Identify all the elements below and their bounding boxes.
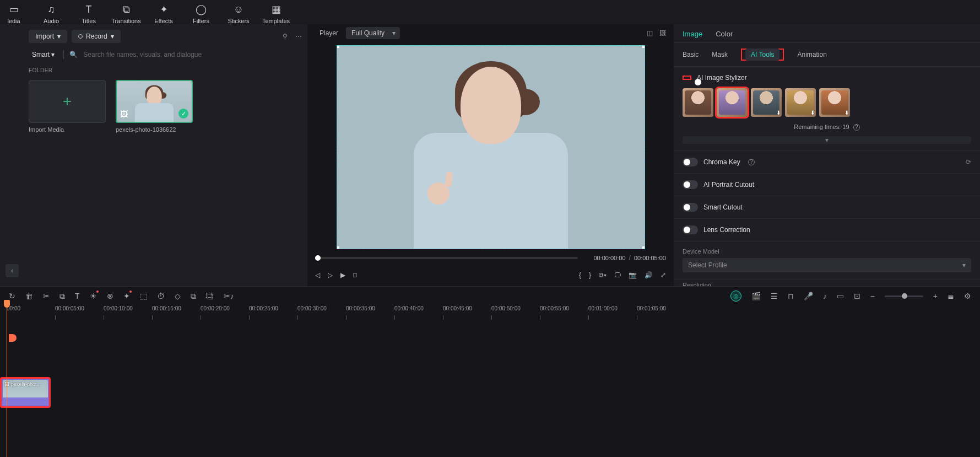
- snapshot-icon[interactable]: 🖼: [659, 29, 666, 37]
- import-media-card[interactable]: + Import Media: [29, 80, 106, 133]
- resize-handle[interactable]: [337, 45, 339, 48]
- preview-viewport[interactable]: [307, 42, 674, 252]
- import-media-label: Import Media: [29, 126, 106, 133]
- adjust-button[interactable]: ☀: [90, 292, 97, 300]
- tab-stickers[interactable]: ☺Stickers: [225, 3, 252, 24]
- divider: [63, 50, 64, 59]
- effects-button[interactable]: ✦: [123, 292, 130, 300]
- render-button[interactable]: ⬚: [140, 292, 147, 300]
- lens-correction-toggle[interactable]: [683, 225, 698, 234]
- filter-icon[interactable]: ⚲: [283, 33, 288, 40]
- tab-audio-label: Audio: [44, 18, 59, 24]
- ai-assistant-button[interactable]: ◎: [730, 291, 741, 302]
- reset-icon[interactable]: ⟳: [966, 158, 971, 166]
- record-vo-icon[interactable]: 🎤: [804, 292, 813, 300]
- smart-cutout-toggle[interactable]: [683, 203, 698, 212]
- collapse-sidebar-button[interactable]: ‹: [6, 264, 19, 277]
- audio-icon[interactable]: ♪: [823, 292, 827, 300]
- resize-handle[interactable]: [642, 246, 645, 249]
- crop-button[interactable]: ⧉: [59, 292, 65, 301]
- zoom-thumb[interactable]: [902, 293, 907, 299]
- help-icon[interactable]: ?: [853, 124, 860, 131]
- playback-quality-select[interactable]: Full Quality: [346, 27, 400, 39]
- highlight-ai-tools: AI Tools: [741, 49, 784, 61]
- chroma-key-toggle[interactable]: [683, 158, 698, 166]
- mark-in-button[interactable]: {: [579, 271, 581, 279]
- zoom-in-button[interactable]: +: [933, 292, 938, 300]
- prev-frame-button[interactable]: ◁: [315, 271, 320, 279]
- compare-view-icon[interactable]: ◫: [647, 29, 653, 37]
- style-preset-3[interactable]: ⬇: [751, 88, 782, 117]
- style-preset-5[interactable]: ⬇: [819, 88, 850, 117]
- tab-color[interactable]: Color: [716, 30, 733, 38]
- color-button[interactable]: ⊗: [107, 292, 113, 300]
- expand-section-button[interactable]: ▾: [683, 136, 971, 144]
- snap-icon[interactable]: ⊡: [854, 292, 860, 300]
- snapshot-button[interactable]: 📷: [629, 271, 637, 279]
- playhead[interactable]: [7, 300, 7, 457]
- tab-effects-label: Effects: [154, 18, 172, 24]
- timeline-settings-button[interactable]: ⚙: [964, 292, 971, 300]
- tab-titles[interactable]: TTitles: [75, 3, 102, 24]
- delete-button[interactable]: 🗑: [25, 292, 33, 300]
- import-button[interactable]: Import▾: [29, 30, 67, 43]
- split-button[interactable]: ✂: [43, 292, 50, 300]
- media-clip-card[interactable]: 🖼 ✓ pexels-photo-1036622: [116, 80, 193, 133]
- player-seek-bar[interactable]: [315, 257, 578, 259]
- subtab-ai-tools[interactable]: AI Tools: [745, 49, 779, 61]
- clip-settings-icon[interactable]: ⧉▾: [599, 271, 607, 279]
- subtab-basic[interactable]: Basic: [683, 51, 699, 58]
- tab-image[interactable]: Image: [683, 30, 702, 38]
- speed-button[interactable]: ⏱: [157, 292, 165, 300]
- voiceover-icon[interactable]: 🎬: [751, 292, 761, 300]
- mixer-icon[interactable]: ☰: [771, 292, 778, 300]
- resize-handle[interactable]: [337, 246, 339, 249]
- marker-icon[interactable]: ⊓: [788, 292, 794, 300]
- ai-stylizer-label: AI Image Stylizer: [697, 74, 747, 82]
- device-profile-select[interactable]: Select Profile: [683, 258, 971, 272]
- smart-dropdown[interactable]: Smart ▾: [29, 50, 58, 60]
- tab-audio[interactable]: ♫Audio: [37, 3, 65, 24]
- copy-button[interactable]: ⿻: [206, 292, 214, 300]
- fullscreen-button[interactable]: ⤢: [660, 271, 666, 279]
- ruler-mark: 00:00:15:00: [152, 305, 201, 322]
- style-preset-1[interactable]: [683, 88, 713, 117]
- group-button[interactable]: ⧉: [191, 292, 196, 301]
- tab-effects[interactable]: ✦Effects: [150, 3, 177, 24]
- style-preset-2[interactable]: [717, 88, 748, 117]
- stop-button[interactable]: □: [353, 271, 357, 279]
- check-icon: ✓: [178, 109, 188, 119]
- detach-audio-button[interactable]: ✂♪: [224, 292, 234, 300]
- timeline-tracks[interactable]: 🖼pexels-phot...: [0, 322, 980, 457]
- tab-transitions[interactable]: ⧉Transitions: [112, 3, 140, 24]
- tab-templates[interactable]: ▦Templates: [262, 3, 290, 24]
- play-button[interactable]: ▶: [340, 271, 345, 279]
- record-button[interactable]: Record▾: [72, 30, 121, 43]
- resize-handle[interactable]: [642, 45, 645, 48]
- text-button[interactable]: T: [75, 292, 80, 300]
- more-icon[interactable]: ⋯: [295, 33, 302, 40]
- mark-out-button[interactable]: }: [589, 271, 591, 279]
- display-icon[interactable]: 🖵: [614, 271, 621, 279]
- tab-media[interactable]: ▭ledia: [0, 3, 28, 24]
- timeline-ruler[interactable]: 00:0000:00:05:0000:00:10:0000:00:15:0000…: [0, 305, 980, 322]
- seek-thumb[interactable]: [315, 255, 321, 261]
- tab-titles-label: Titles: [82, 18, 96, 24]
- play-pause-button[interactable]: ▷: [328, 271, 333, 279]
- thumbnail-icon[interactable]: ▭: [837, 292, 844, 300]
- subtab-animation[interactable]: Animation: [797, 51, 826, 58]
- portrait-cutout-toggle[interactable]: [683, 180, 698, 189]
- zoom-slider[interactable]: [885, 295, 923, 297]
- timeline-clip[interactable]: 🖼pexels-phot...: [0, 377, 51, 408]
- help-icon[interactable]: ?: [748, 159, 755, 165]
- volume-button[interactable]: 🔊: [645, 271, 653, 279]
- style-preset-4[interactable]: ⬇: [785, 88, 816, 117]
- keyframe-button[interactable]: ◇: [175, 292, 181, 300]
- search-input[interactable]: [83, 51, 302, 58]
- selection-frame[interactable]: [337, 45, 645, 249]
- subtab-mask[interactable]: Mask: [712, 51, 728, 58]
- redo-button[interactable]: ↻: [9, 292, 15, 300]
- zoom-out-button[interactable]: −: [870, 292, 875, 300]
- tab-filters[interactable]: ◯Filters: [187, 3, 215, 24]
- fit-timeline-button[interactable]: ≣: [947, 292, 954, 300]
